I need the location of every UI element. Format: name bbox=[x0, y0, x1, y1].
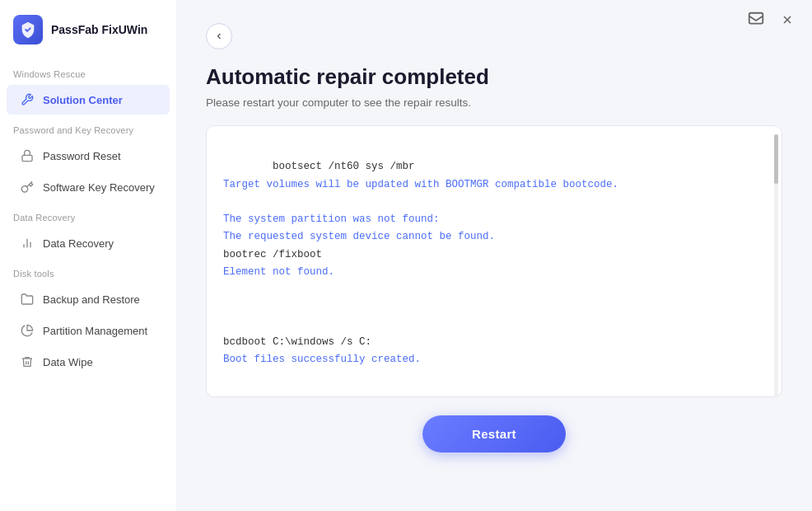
restart-button[interactable]: Restart bbox=[422, 415, 566, 452]
content-area: Automatic repair completed Please restar… bbox=[176, 7, 812, 511]
sidebar-item-label-data-wipe: Data Wipe bbox=[43, 356, 93, 368]
app-logo bbox=[13, 15, 43, 45]
scrollbar-track[interactable] bbox=[774, 134, 778, 397]
page-title: Automatic repair completed bbox=[206, 64, 782, 90]
scrollbar-thumb[interactable] bbox=[774, 134, 778, 184]
section-label-password-key: Password and Key Recovery bbox=[0, 115, 176, 140]
back-button[interactable] bbox=[206, 23, 232, 49]
section-label-disk-tools: Disk tools bbox=[0, 259, 176, 284]
sidebar-item-label-software-key-recovery: Software Key Recovery bbox=[43, 181, 155, 194]
sidebar-item-label-password-reset: Password Reset bbox=[43, 150, 121, 162]
lock-icon bbox=[20, 148, 35, 163]
log-box[interactable]: bootsect /nt60 sys /mbr Target volumes w… bbox=[206, 125, 782, 397]
sidebar-item-data-wipe[interactable]: Data Wipe bbox=[7, 347, 170, 377]
sidebar-item-label-data-recovery: Data Recovery bbox=[43, 237, 114, 250]
sidebar-item-label-backup-restore: Backup and Restore bbox=[43, 293, 140, 306]
wrench-icon bbox=[20, 92, 35, 107]
pie-icon bbox=[20, 323, 35, 338]
sidebar-item-label-partition-management: Partition Management bbox=[43, 325, 147, 337]
section-label-windows-rescue: Windows Rescue bbox=[0, 59, 176, 84]
page-subtitle: Please restart your computer to see the … bbox=[206, 96, 782, 109]
sidebar-item-partition-management[interactable]: Partition Management bbox=[7, 316, 170, 345]
section-label-data-recovery: Data Recovery bbox=[0, 203, 176, 227]
app-header: PassFab FixUWin bbox=[0, 0, 176, 59]
key-icon bbox=[20, 180, 35, 195]
sidebar-item-password-reset[interactable]: Password Reset bbox=[7, 141, 170, 171]
sidebar-item-software-key-recovery[interactable]: Software Key Recovery bbox=[7, 172, 170, 202]
chart-icon bbox=[20, 236, 35, 251]
svg-rect-0 bbox=[22, 155, 32, 161]
sidebar-item-backup-restore[interactable]: Backup and Restore bbox=[7, 284, 170, 314]
sidebar-item-data-recovery[interactable]: Data Recovery bbox=[7, 228, 170, 258]
sidebar: PassFab FixUWin Windows Rescue Solution … bbox=[0, 0, 176, 511]
main-content: Automatic repair completed Please restar… bbox=[176, 0, 812, 511]
trash-icon bbox=[20, 354, 35, 369]
sidebar-item-label-solution-center: Solution Center bbox=[43, 94, 123, 106]
sidebar-item-solution-center[interactable]: Solution Center bbox=[7, 85, 170, 115]
title-bar bbox=[731, 0, 812, 40]
feedback-button[interactable] bbox=[744, 8, 768, 31]
log-content: bootsect /nt60 sys /mbr Target volumes w… bbox=[223, 141, 765, 387]
app-name: PassFab FixUWin bbox=[51, 23, 147, 37]
close-button[interactable] bbox=[776, 8, 799, 31]
folder-icon bbox=[20, 292, 35, 307]
